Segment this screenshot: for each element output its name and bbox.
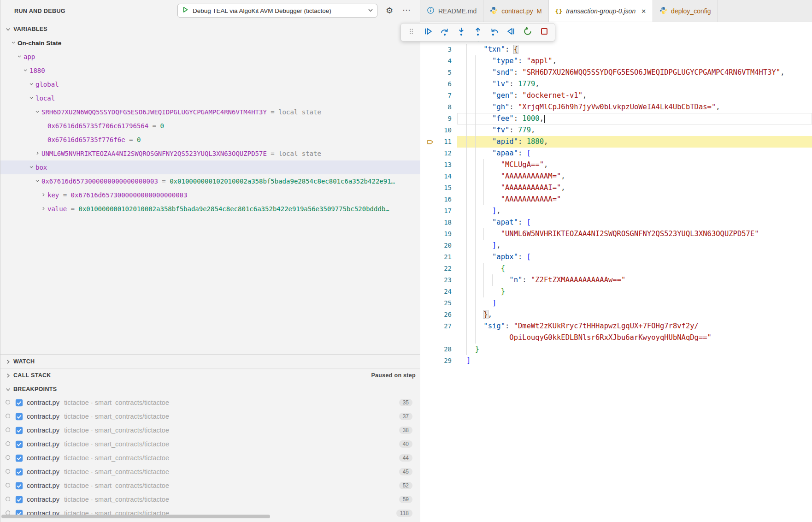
code-line-content[interactable]: "fv": 779,: [457, 125, 812, 136]
tree-row-local[interactable]: local: [0, 91, 420, 105]
tab-deploy-config[interactable]: deploy_config: [653, 0, 718, 22]
code-line-content[interactable]: }: [457, 286, 812, 297]
code-line-content[interactable]: "fee": 1000,: [457, 113, 812, 125]
tree-row-0x67616d6573[interactable]: 0x67616d65735f706c61796564 = 0: [0, 119, 420, 133]
breakpoint-row[interactable]: contract.pytictactoe · smart_contracts/t…: [0, 492, 420, 506]
breakpoint-checkbox[interactable]: [15, 496, 23, 504]
breakpoint-checkbox[interactable]: [15, 399, 23, 407]
code-line-content[interactable]: },: [457, 309, 812, 320]
tree-row-0x67616d65735f776f6e[interactable]: 0x67616d65735f776f6e = 0: [0, 133, 420, 147]
tree-row-unml6w5nvhri[interactable]: UNML6W5NVHRIKTEOZAA4NI2SWQROSGNFNY2QS523…: [0, 147, 420, 160]
code-line-content[interactable]: "type": "appl",: [457, 55, 812, 67]
code-line-content[interactable]: ]: [457, 297, 812, 309]
code-line-content[interactable]: "apaa": [: [457, 148, 812, 159]
code-line-content[interactable]: ]: [457, 355, 812, 367]
code-line-content[interactable]: "snd": "SRH6D7XU2N6WQQ5SSYDQFG5ESO6JWEQI…: [457, 67, 812, 78]
code-line-content[interactable]: "gh": "XrjqMlCpJ6h9h7jyVw0bLvkpzUoWeIA4L…: [457, 101, 812, 113]
breakpoints-header-label: BREAKPOINTS: [13, 386, 57, 392]
continue-button[interactable]: [423, 26, 433, 39]
code-line-content[interactable]: "AAAAAAAAAAA=": [457, 194, 812, 205]
breakpoint-row[interactable]: contract.pytictactoe · smart_contracts/t…: [0, 409, 420, 423]
debug-config-dropdown[interactable]: Debug TEAL via AlgoKit AVM Debugger (tic…: [177, 4, 377, 18]
tree-row-key[interactable]: key = 0x67616d6573000000000000000003: [0, 188, 420, 202]
code-line-content[interactable]: "apat": [: [457, 217, 812, 228]
chevron-down-icon[interactable]: [16, 53, 24, 60]
breakpoint-checkbox[interactable]: [15, 440, 23, 448]
code-token: "Z2FtZXMAAAAAAAAAAw==": [531, 276, 625, 284]
step-out-button[interactable]: [473, 26, 483, 39]
code-area[interactable]: 2 {3 "txn": {4 "type": "appl",5 "snd": "…: [420, 22, 812, 367]
code-line-content[interactable]: ],: [457, 205, 812, 217]
code-line-content[interactable]: }: [457, 344, 812, 355]
code-line-content[interactable]: OpiLouqyG0kkEDLBNlsr6RxXJbu6arKwyoyqHUbN…: [457, 332, 812, 344]
breakpoint-row[interactable]: contract.pytictactoe · smart_contracts/t…: [0, 423, 420, 437]
code-line-content[interactable]: "AAAAAAAAAAM=",: [457, 171, 812, 182]
watch-pane-header[interactable]: WATCH: [0, 354, 420, 368]
tree-row-value[interactable]: value = 0x010000000102010002a358bf5bada9…: [0, 202, 420, 216]
chevron-down-icon[interactable]: [10, 39, 18, 47]
breakpoint-row[interactable]: contract.pytictactoe · smart_contracts/t…: [0, 451, 420, 465]
breakpoint-checkbox[interactable]: [15, 413, 23, 421]
tab-readme-md[interactable]: README.md: [420, 0, 483, 22]
equals-sign: =: [59, 191, 71, 199]
code-line-content[interactable]: "gen": "dockernet-v1",: [457, 90, 812, 101]
tree-row-box[interactable]: box: [0, 160, 420, 174]
restart-button[interactable]: [523, 26, 533, 39]
tree-row-srh6d7xu2n6w[interactable]: SRH6D7XU2N6WQQ5SSYDQFG5ESO6JWEQIDPGLUGYC…: [0, 105, 420, 119]
chevron-down-icon[interactable]: [34, 108, 41, 116]
chevron-down-icon[interactable]: [34, 178, 41, 185]
tree-row-on-chain-state[interactable]: On-chain State: [0, 36, 420, 50]
breakpoint-row[interactable]: contract.pytictactoe · smart_contracts/t…: [0, 396, 420, 409]
variables-header-label: VARIABLES: [13, 26, 47, 32]
breakpoint-row[interactable]: contract.pytictactoe · smart_contracts/t…: [0, 479, 420, 492]
chevron-right-icon[interactable]: [40, 205, 47, 213]
code-line-content[interactable]: {: [457, 263, 812, 274]
close-icon[interactable]: ✕: [641, 8, 646, 15]
chevron-right-icon[interactable]: [40, 191, 47, 199]
horizontal-scrollbar-thumb[interactable]: [1, 515, 270, 518]
breakpoint-checkbox[interactable]: [15, 468, 23, 476]
chevron-down-icon[interactable]: [22, 67, 29, 74]
chevron-down-icon[interactable]: [28, 95, 35, 102]
gear-icon[interactable]: ⚙: [386, 0, 393, 22]
breakpoint-checkbox[interactable]: [15, 427, 23, 434]
tree-row-app[interactable]: app: [0, 50, 420, 64]
code-line-content[interactable]: "n": "Z2FtZXMAAAAAAAAAAw==": [457, 274, 812, 286]
reverse-continue-button[interactable]: [506, 26, 516, 39]
step-over-button[interactable]: [440, 26, 450, 39]
stop-button[interactable]: [539, 26, 549, 39]
step-back-button[interactable]: [489, 26, 500, 39]
tab-contract-py[interactable]: contract.pyM: [483, 0, 548, 22]
chevron-down-icon[interactable]: [28, 81, 35, 88]
tree-row-global[interactable]: global: [0, 77, 420, 91]
breakpoint-checkbox[interactable]: [15, 482, 23, 490]
chevron-right-icon[interactable]: [34, 150, 41, 157]
chevron-down-icon[interactable]: [28, 164, 35, 171]
code-token: ,: [488, 310, 492, 319]
code-line-content[interactable]: "UNML6W5NVHRIKTEOZAA4NI2SWQROSGNFNY2QS52…: [457, 228, 812, 240]
code-line-content[interactable]: "txn": {: [457, 44, 812, 55]
call-stack-pane-header[interactable]: CALL STACK Paused on step: [0, 368, 420, 382]
reverse-continue-icon: [506, 27, 516, 38]
tab-transaction-group-0-json[interactable]: {}transaction-group-0.json✕: [549, 0, 653, 22]
code-line-content[interactable]: "AAAAAAAAAAI=",: [457, 182, 812, 194]
more-actions-icon[interactable]: ⋯: [402, 0, 411, 22]
breakpoint-row[interactable]: contract.pytictactoe · smart_contracts/t…: [0, 465, 420, 479]
breakpoint-checkbox[interactable]: [15, 454, 23, 462]
code-line: 22 {: [420, 263, 812, 274]
variables-pane-header[interactable]: VARIABLES: [0, 22, 420, 36]
start-debug-icon[interactable]: [182, 6, 189, 15]
step-into-button[interactable]: [456, 26, 466, 39]
toolbar-grip-handle[interactable]: [406, 26, 417, 39]
breakpoint-row[interactable]: contract.pytictactoe · smart_contracts/t…: [0, 437, 420, 451]
code-line-content[interactable]: ],: [457, 240, 812, 251]
code-line-content[interactable]: "lv": 1779,: [457, 78, 812, 90]
code-line-content[interactable]: "apbx": [: [457, 251, 812, 263]
tree-row-1880[interactable]: 1880: [0, 64, 420, 77]
tree-row-0x67616d6573[interactable]: 0x67616d6573000000000000000003 = 0x01000…: [0, 174, 420, 188]
code-line-content[interactable]: "sig": "DmeWt2zKUkRryc7tHHHapwzLgqUX+7FO…: [457, 320, 812, 332]
breakpoints-pane-header[interactable]: BREAKPOINTS: [0, 382, 420, 396]
code-line-content[interactable]: "MCLUgA==",: [457, 159, 812, 171]
code-line-content[interactable]: "apid": 1880,: [457, 136, 812, 148]
code-line: 17 ],: [420, 205, 812, 217]
